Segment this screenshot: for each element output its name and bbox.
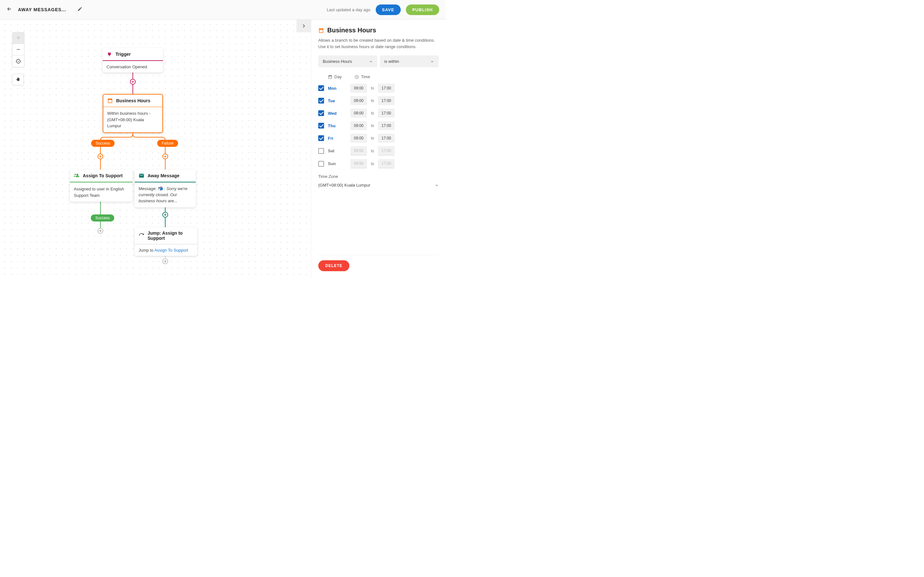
- condition-operator-value: is within: [384, 59, 399, 64]
- panel-title-text: Business Hours: [327, 27, 376, 34]
- mail-icon: [139, 173, 144, 179]
- end-time-input[interactable]: 17:00: [378, 121, 395, 130]
- day-checkbox[interactable]: [318, 135, 324, 141]
- to-separator: to: [371, 123, 374, 128]
- away-node-header: Away Message: [135, 169, 196, 182]
- add-step-success-branch[interactable]: +: [97, 153, 103, 159]
- day-checkbox[interactable]: [318, 123, 324, 129]
- condition-type-value: Business Hours: [323, 59, 352, 64]
- add-step-after-jump[interactable]: +: [162, 258, 168, 264]
- people-icon: [74, 173, 79, 179]
- start-time-input[interactable]: 09:00: [351, 84, 367, 93]
- publish-button[interactable]: PUBLISH: [406, 5, 439, 15]
- panel-title: Business Hours: [318, 27, 439, 34]
- start-time-input[interactable]: 09:00: [351, 96, 367, 105]
- chevron-down-icon: [435, 183, 439, 187]
- away-message-node[interactable]: Away Message Message: 📬 : Sorry we're cu…: [135, 169, 196, 207]
- chevron-down-icon: [369, 60, 373, 63]
- config-panel: Business Hours Allows a branch to be cre…: [311, 19, 446, 278]
- day-row-sun: Sun09:00to17:00: [318, 159, 439, 168]
- day-rows-container: Mon09:00to17:00Tue09:00to17:00Wed09:00to…: [318, 84, 439, 168]
- day-checkbox[interactable]: [318, 98, 324, 103]
- away-title: Away Message: [148, 173, 179, 178]
- edit-title-icon[interactable]: [78, 6, 82, 13]
- away-prefix: Message: 📬: [139, 186, 164, 191]
- day-row-fri: Fri09:00to17:00: [318, 134, 439, 143]
- assign-body: Assigned to user in English Support Team: [70, 182, 132, 201]
- to-separator: to: [371, 98, 374, 103]
- add-step-after-trigger[interactable]: +: [130, 79, 136, 85]
- day-checkbox[interactable]: [318, 148, 324, 154]
- jump-node-header: Jump: Assign to Support: [135, 227, 197, 244]
- zoom-fit-button[interactable]: [13, 55, 24, 67]
- day-checkbox[interactable]: [318, 85, 324, 91]
- day-label: Tue: [328, 98, 339, 103]
- assign-to-support-node[interactable]: Assign To Support Assigned to user in En…: [70, 169, 132, 201]
- workflow-canvas[interactable]: Trigger Conversation Opened + Business H…: [0, 19, 311, 278]
- chevron-down-icon: [430, 60, 434, 63]
- to-separator: to: [371, 161, 374, 166]
- start-time-input[interactable]: 09:00: [351, 134, 367, 143]
- calendar-small-icon: [328, 75, 333, 79]
- day-column-header: Day: [328, 74, 342, 79]
- save-button[interactable]: SAVE: [376, 5, 401, 15]
- day-label: Wed: [328, 111, 339, 116]
- day-row-mon: Mon09:00to17:00: [318, 84, 439, 93]
- jump-prefix: Jump to: [139, 248, 154, 253]
- day-row-thu: Thu09:00to17:00: [318, 121, 439, 130]
- zoom-out-button[interactable]: −: [13, 44, 24, 55]
- end-time-input[interactable]: 17:00: [378, 109, 395, 118]
- day-label: Fri: [328, 136, 339, 141]
- add-step-failure-branch[interactable]: +: [162, 153, 168, 159]
- end-time-input[interactable]: 17:00: [378, 134, 395, 143]
- day-time-headers: Day Time: [318, 74, 439, 79]
- timezone-value: (GMT+08:00) Kuala Lumpur: [318, 183, 370, 187]
- jump-target-link[interactable]: Assign To Support: [154, 248, 188, 253]
- add-step-after-assign[interactable]: +: [97, 228, 103, 234]
- delete-button[interactable]: DELETE: [318, 260, 349, 271]
- top-header: AWAY MESSAGES... Last updated a day ago …: [0, 0, 446, 19]
- day-checkbox[interactable]: [318, 110, 324, 116]
- trigger-node[interactable]: Trigger Conversation Opened: [103, 48, 163, 73]
- start-time-input[interactable]: 09:00: [351, 109, 367, 118]
- collapse-panel-button[interactable]: [296, 19, 311, 32]
- end-time-input: 17:00: [378, 159, 395, 168]
- end-time-input[interactable]: 17:00: [378, 84, 395, 93]
- condition-operator-select[interactable]: is within: [380, 55, 439, 67]
- zoom-in-button[interactable]: +: [13, 32, 24, 44]
- last-updated-text: Last updated a day ago: [327, 7, 371, 12]
- timezone-select[interactable]: (GMT+08:00) Kuala Lumpur: [318, 181, 439, 189]
- business-hours-header: Business Hours: [103, 95, 162, 107]
- plug-icon: [107, 51, 112, 57]
- success-branch-badge: Success: [91, 140, 115, 147]
- start-time-input[interactable]: 09:00: [351, 121, 367, 130]
- day-row-wed: Wed09:00to17:00: [318, 109, 439, 118]
- failure-branch-badge: Failure: [157, 140, 178, 147]
- day-checkbox[interactable]: [318, 161, 324, 167]
- day-row-tue: Tue09:00to17:00: [318, 96, 439, 105]
- start-time-input: 09:00: [351, 146, 367, 155]
- business-hours-node[interactable]: Business Hours Within business hours - (…: [103, 94, 163, 133]
- pan-button[interactable]: [12, 74, 24, 85]
- jump-node[interactable]: Jump: Assign to Support Jump to Assign T…: [135, 227, 197, 256]
- header-left: AWAY MESSAGES...: [6, 6, 82, 13]
- panel-description: Allows a branch to be created based on d…: [318, 37, 439, 50]
- jump-icon: [139, 233, 144, 239]
- day-label: Sat: [328, 148, 339, 153]
- back-arrow-icon[interactable]: [6, 6, 12, 13]
- trigger-body: Conversation Opened: [103, 61, 163, 73]
- panel-footer: DELETE: [318, 255, 439, 271]
- condition-type-select[interactable]: Business Hours: [318, 55, 377, 67]
- assign-title: Assign To Support: [83, 173, 123, 178]
- add-step-after-away[interactable]: +: [162, 212, 168, 218]
- timezone-label: Time Zone: [318, 174, 439, 179]
- jump-body: Jump to Assign To Support: [135, 244, 197, 256]
- end-time-input[interactable]: 17:00: [378, 96, 395, 105]
- to-separator: to: [371, 149, 374, 153]
- clock-icon: [355, 75, 359, 79]
- header-right: Last updated a day ago SAVE PUBLISH: [327, 5, 439, 15]
- away-body: Message: 📬 : Sorry we're currently close…: [135, 182, 196, 207]
- svg-point-5: [18, 61, 19, 61]
- trigger-node-header: Trigger: [103, 48, 163, 61]
- zoom-controls: + −: [12, 32, 24, 67]
